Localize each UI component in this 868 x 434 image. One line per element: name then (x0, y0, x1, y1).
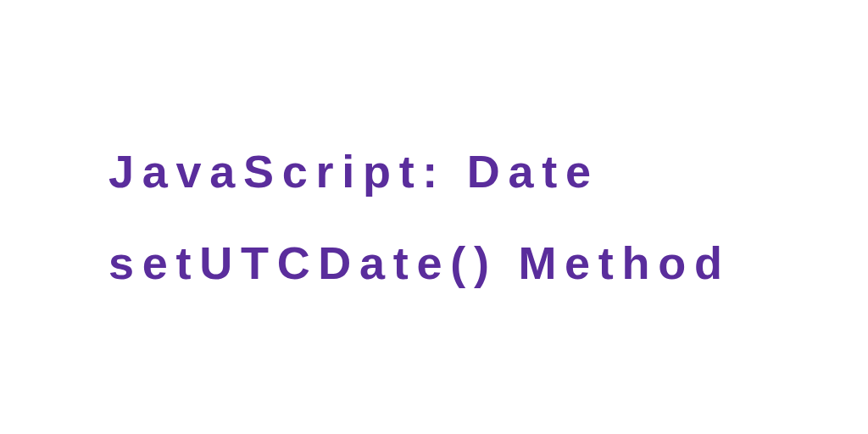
page-title: JavaScript: Date setUTCDate() Method (108, 125, 760, 309)
